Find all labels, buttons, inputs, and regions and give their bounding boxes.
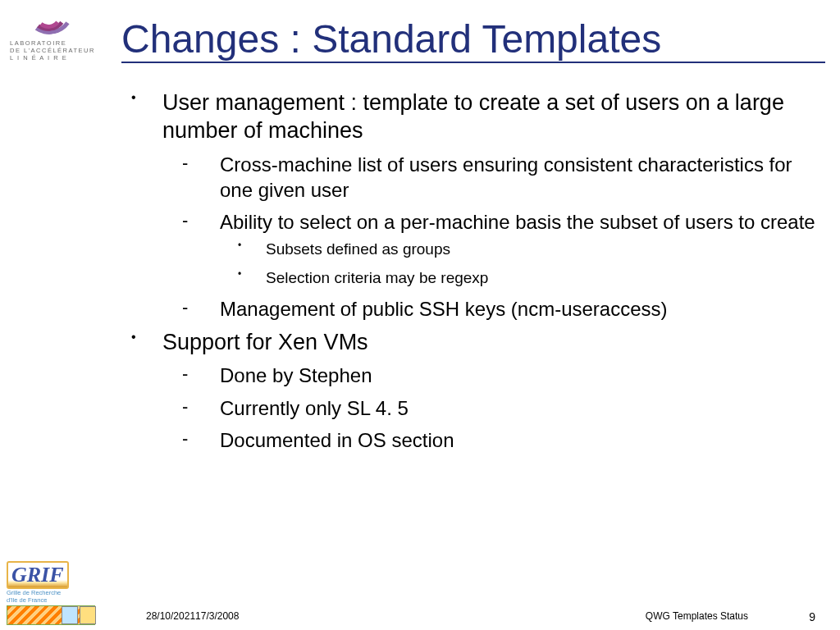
bullet-xen-vms: Support for Xen VMs Done by Stephen Curr… — [113, 329, 817, 453]
lal-line2: DE L'ACCÉLÉRATEUR — [10, 47, 108, 54]
lal-arcs-icon — [25, 5, 90, 36]
sub-sl45: Currently only SL 4. 5 — [162, 395, 817, 421]
sub-text: Cross-machine list of users ensuring con… — [220, 153, 792, 201]
footer-date: 28/10/202117/3/2008 — [146, 610, 239, 622]
grif-logo: GRIF — [7, 561, 69, 589]
subsub-text: Subsets defined as groups — [266, 240, 450, 258]
badge-icon — [62, 606, 78, 624]
sub-text: Done by Stephen — [220, 364, 372, 386]
subsub-regexp: Selection criteria may be regexp — [220, 268, 817, 289]
footer-status: QWG Templates Status — [646, 610, 748, 622]
sub-done-stephen: Done by Stephen — [162, 363, 817, 388]
sub-text: Management of public SSH keys (ncm-usera… — [220, 298, 668, 320]
sub-text: Documented in OS section — [220, 429, 454, 451]
sub-ability-select: Ability to select on a per-machine basis… — [162, 209, 817, 289]
lal-line1: LABORATOIRE — [10, 39, 108, 47]
title-row: Changes : Standard Templates — [121, 16, 825, 63]
bullet-text: Support for Xen VMs — [162, 330, 368, 354]
lal-logo: LABORATOIRE DE L'ACCÉLÉRATEUR L I N É A … — [10, 5, 108, 62]
slide: LABORATOIRE DE L'ACCÉLÉRATEUR L I N É A … — [0, 0, 840, 630]
bullet-user-management: User management : template to create a s… — [113, 89, 817, 322]
badge-icon — [80, 606, 96, 624]
partner-badges-icon — [62, 606, 96, 624]
sub-text: Ability to select on a per-machine basis… — [220, 211, 815, 233]
footer-left-logos: GRIF Grille de Recherche d'Ile de France — [7, 561, 105, 625]
slide-content: User management : template to create a s… — [113, 89, 817, 453]
lal-line3: L I N É A I R E — [10, 54, 108, 62]
subsub-text: Selection criteria may be regexp — [266, 269, 488, 286]
lal-logo-text: LABORATOIRE DE L'ACCÉLÉRATEUR L I N É A … — [10, 39, 108, 62]
bullet-text: User management : template to create a s… — [162, 90, 784, 143]
footer-page-number: 9 — [809, 610, 815, 623]
sub-ssh-keys: Management of public SSH keys (ncm-usera… — [162, 296, 817, 322]
grif-sub1: Grille de Recherche — [7, 590, 105, 596]
subsub-groups: Subsets defined as groups — [220, 240, 817, 260]
sub-documented: Documented in OS section — [162, 427, 817, 453]
sub-text: Currently only SL 4. 5 — [220, 397, 409, 419]
partner-strip-icon — [7, 605, 95, 625]
slide-title: Changes : Standard Templates — [121, 17, 661, 61]
grif-sub2: d'Ile de France — [7, 597, 105, 604]
sub-cross-machine: Cross-machine list of users ensuring con… — [162, 152, 817, 203]
